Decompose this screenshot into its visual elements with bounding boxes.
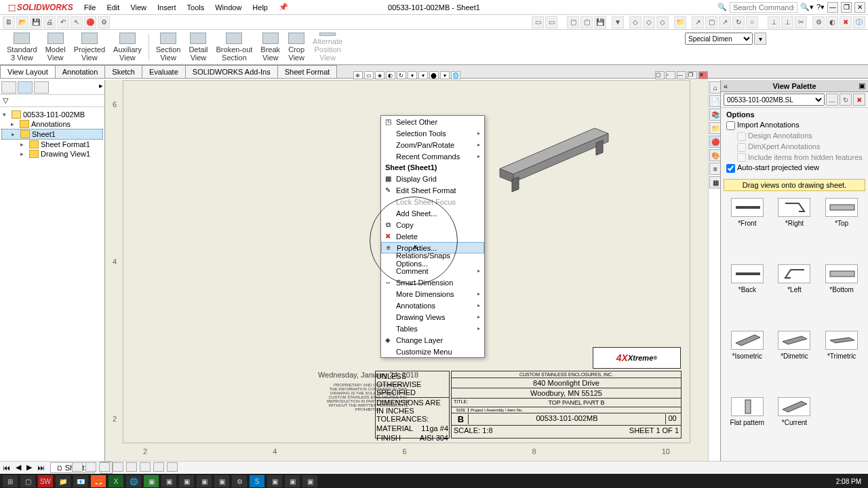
dimension-style-dropdown[interactable]: Special Dimen ▾	[685, 33, 766, 45]
tree-node-sheet-format1[interactable]: ▸Sheet Format1	[1, 140, 103, 149]
nav-prev-icon[interactable]: ◀	[16, 463, 21, 472]
ribbon-projected[interactable]: ProjectedView	[70, 31, 109, 63]
ribbon-auxiliary[interactable]: AuxiliaryView	[109, 31, 146, 63]
menu-help[interactable]: Help	[247, 1, 273, 14]
mini-tool[interactable]	[113, 462, 123, 472]
tb-icon[interactable]: ↗	[692, 16, 704, 28]
tb-icon[interactable]: ↗	[719, 16, 731, 28]
ribbon-model[interactable]: ModelView	[41, 31, 70, 63]
nav-first-icon[interactable]: ⏮	[3, 464, 10, 472]
menu-file[interactable]: File	[79, 1, 102, 14]
ribbon-detail[interactable]: DetailView	[184, 31, 212, 63]
ctx-recent-commands[interactable]: Recent Commands	[381, 150, 484, 162]
tb-icon[interactable]: ◇	[643, 16, 655, 28]
tree-node-sheet1[interactable]: ▸Sheet1	[1, 129, 103, 140]
close-palette-icon[interactable]: ▣	[859, 81, 865, 90]
taskbar-app[interactable]: 🦊	[91, 475, 106, 487]
ctx-tables[interactable]: Tables	[381, 323, 484, 334]
close-button[interactable]: ✕	[854, 2, 865, 13]
taskbar-app[interactable]: ▣	[302, 475, 317, 487]
view-tool-icon[interactable]: 🌐	[451, 71, 460, 79]
tree-toggle[interactable]	[1, 81, 16, 94]
tb-icon[interactable]: ▢	[580, 16, 593, 28]
taskbar-app[interactable]: ⚙	[232, 475, 247, 487]
mini-tool[interactable]	[126, 462, 137, 472]
search-icon[interactable]: 🔍▾	[800, 3, 814, 12]
tb-icon[interactable]: ▭	[532, 16, 544, 28]
open-button[interactable]: 📂	[16, 16, 28, 28]
menu-view[interactable]: View	[125, 1, 152, 14]
view-tool-icon[interactable]: ↻	[397, 71, 406, 79]
print-button[interactable]: 🖨	[43, 16, 56, 28]
tab-solidworks-add-ins[interactable]: SOLIDWORKS Add-Ins	[185, 65, 278, 78]
dimension-settings-icon[interactable]: ▾	[754, 33, 766, 45]
import-annotations-check[interactable]: Import Annotations	[726, 120, 863, 131]
minimize-button[interactable]: —	[827, 2, 838, 13]
filter-icon[interactable]: ▼	[612, 16, 624, 28]
mini-tool[interactable]	[153, 462, 164, 472]
nav-next-icon[interactable]: ▶	[26, 463, 32, 472]
tb-icon[interactable]: ◇	[629, 16, 642, 28]
ctx-zoom-pan-rotate[interactable]: Zoom/Pan/Rotate	[381, 139, 484, 150]
tb-icon[interactable]: ▢	[567, 16, 579, 28]
auto-projected-check[interactable]: Auto-start projected view	[726, 163, 863, 174]
pin-icon[interactable]: 📌	[273, 1, 294, 14]
view-tool-icon[interactable]: ▾	[408, 71, 417, 79]
taskbar-app[interactable]: ▣	[197, 475, 212, 487]
tree-toggle[interactable]	[34, 81, 49, 94]
info-icon[interactable]: ⓘ	[853, 16, 865, 28]
view-btn[interactable]: ▫	[666, 71, 675, 79]
taskbar-app[interactable]: ▣	[214, 475, 229, 487]
tree-node-annotations[interactable]: ▸Annotations	[1, 119, 103, 129]
thumb-current[interactable]: *Current	[772, 397, 817, 457]
view-btn[interactable]: ❐	[688, 71, 697, 79]
menu-edit[interactable]: Edit	[101, 1, 125, 14]
close-view-button[interactable]: ✕	[698, 71, 708, 79]
tree-node-drawing-view1[interactable]: ▸Drawing View1	[1, 149, 103, 159]
tb-icon[interactable]: ◇	[656, 16, 669, 28]
taskbar-app[interactable]: ▣	[267, 475, 282, 487]
taskbar-app[interactable]: 📧	[73, 475, 88, 487]
tb-icon[interactable]: ⊥	[781, 16, 793, 28]
menu-tools[interactable]: Tools	[182, 1, 210, 14]
thumb-top[interactable]: *Top	[819, 198, 864, 258]
thumb-bottom[interactable]: *Bottom	[819, 264, 864, 324]
ctx-drawing-views[interactable]: Drawing Views	[381, 311, 484, 323]
search-commands-input[interactable]	[730, 2, 797, 13]
ctx-annotations[interactable]: Annotations	[381, 300, 484, 311]
view-tool-icon[interactable]: ◈	[375, 71, 384, 79]
dimension-select[interactable]: Special Dimen	[685, 33, 753, 45]
taskbar-app[interactable]: ▣	[144, 475, 159, 487]
ctx-more-dimensions[interactable]: More Dimensions	[381, 288, 484, 300]
taskbar-app[interactable]: SW	[38, 475, 53, 487]
tb-icon[interactable]: ▭	[545, 16, 557, 28]
help-icon[interactable]: ?▾	[816, 3, 825, 12]
view-tool-icon[interactable]: ▾	[418, 71, 428, 79]
tb-icon[interactable]: ⊥	[768, 16, 780, 28]
tb-icon[interactable]: ○	[746, 16, 758, 28]
taskbar-app[interactable]: ▣	[285, 475, 300, 487]
ctx-select-other[interactable]: ◳Select Other	[381, 116, 484, 127]
ribbon-standard[interactable]: Standard3 View	[3, 31, 41, 63]
task-view-icon[interactable]: ▢	[20, 475, 35, 487]
rebuild-button[interactable]: 🔴	[84, 16, 96, 28]
save-button[interactable]: 💾	[30, 16, 42, 28]
view-tool-icon[interactable]: ⬤	[429, 71, 439, 79]
ctx-display-grid[interactable]: ▦Display Grid	[381, 173, 484, 184]
thumb-isometric[interactable]: *Isometric	[725, 331, 770, 390]
palette-file-select[interactable]: 00533-101-002MB.SL	[724, 94, 825, 106]
view-tool-icon[interactable]: ⊕	[353, 71, 363, 79]
mini-tool[interactable]	[140, 462, 151, 472]
start-button[interactable]: ⊞	[3, 475, 18, 487]
taskbar-app[interactable]: ▣	[179, 475, 194, 487]
view-btn[interactable]: —	[677, 71, 686, 79]
taskbar-clock[interactable]: 2:08 PM	[832, 478, 865, 485]
thumb-left[interactable]: *Left	[772, 264, 817, 324]
mini-tool[interactable]	[99, 462, 110, 472]
gear-icon[interactable]: ⚙	[812, 16, 825, 28]
ctx-add-sheet[interactable]: Add Sheet...	[381, 207, 484, 219]
clear-button[interactable]: ✖	[853, 94, 865, 106]
taskbar-app[interactable]: 📁	[56, 475, 71, 487]
nav-last-icon[interactable]: ⏭	[37, 464, 45, 472]
tb-icon[interactable]: ↻	[732, 16, 745, 28]
